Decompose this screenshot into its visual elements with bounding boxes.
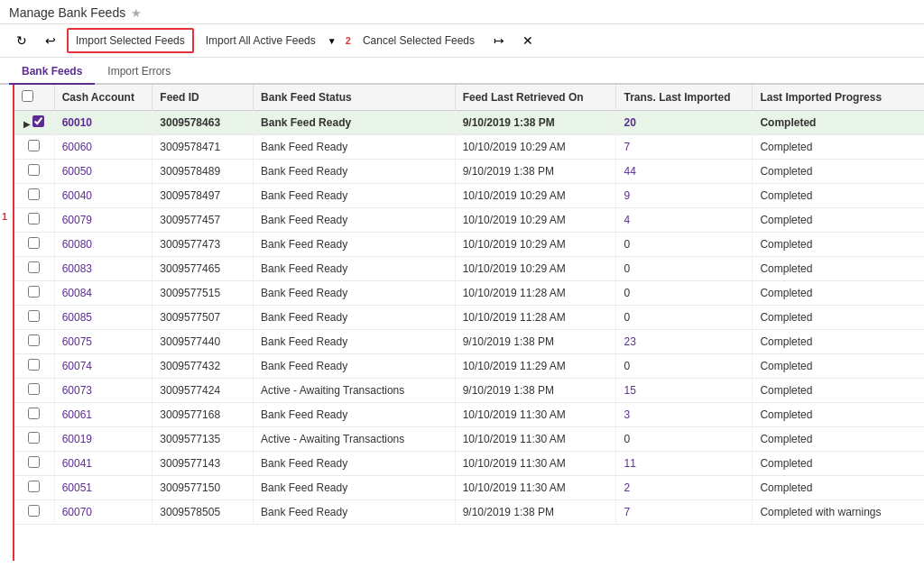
row-checkbox[interactable] bbox=[28, 237, 40, 249]
row-checkbox[interactable] bbox=[28, 140, 40, 151]
page-title: Manage Bank Feeds bbox=[9, 5, 125, 20]
cash-account-link[interactable]: 60070 bbox=[62, 506, 92, 518]
th-trans-imported[interactable]: Trans. Last Imported bbox=[616, 85, 753, 111]
cell-feed-id: 3009578497 bbox=[152, 184, 254, 208]
row-checkbox[interactable] bbox=[28, 383, 40, 395]
cash-account-link[interactable]: 60073 bbox=[62, 384, 92, 397]
row-checkbox[interactable] bbox=[28, 456, 40, 468]
row-select-cell bbox=[14, 184, 54, 208]
table-row: 600753009577440Bank Feed Ready9/10/2019 … bbox=[14, 330, 924, 354]
row-checkbox[interactable] bbox=[28, 359, 40, 371]
cash-account-link[interactable]: 60041 bbox=[62, 457, 92, 470]
pin-button[interactable]: ↦ bbox=[486, 28, 512, 53]
cash-account-link[interactable]: 60079 bbox=[62, 214, 92, 226]
row-checkbox[interactable] bbox=[28, 213, 40, 224]
cash-account-link[interactable]: 60019 bbox=[62, 433, 92, 445]
cell-feed-id: 3009577507 bbox=[152, 306, 254, 330]
row-select-cell bbox=[14, 330, 54, 354]
table-row: 600413009577143Bank Feed Ready10/10/2019… bbox=[14, 452, 924, 476]
cell-last-retrieved: 9/10/2019 1:38 PM bbox=[455, 330, 616, 354]
cash-account-link[interactable]: 60074 bbox=[62, 360, 92, 372]
cancel-selected-button[interactable]: Cancel Selected Feeds bbox=[355, 28, 483, 53]
cell-last-retrieved: 9/10/2019 1:38 PM bbox=[455, 111, 616, 135]
cell-last-retrieved: 10/10/2019 10:29 AM bbox=[455, 257, 616, 281]
row-checkbox[interactable] bbox=[28, 408, 40, 419]
toolbar: ↻ ↩ Import Selected Feeds Import All Act… bbox=[0, 23, 924, 58]
favorite-icon[interactable]: ★ bbox=[131, 6, 142, 20]
table-scroll[interactable]: Cash Account Feed ID Bank Feed Status Fe… bbox=[14, 85, 924, 561]
cell-feed-id: 3009578471 bbox=[152, 135, 254, 160]
cash-account-link[interactable]: 60083 bbox=[62, 262, 92, 275]
cell-trans-imported: 2 bbox=[616, 476, 753, 500]
table-row: 600733009577424Active - Awaiting Transac… bbox=[14, 379, 924, 403]
cell-cash-account: 60085 bbox=[54, 306, 152, 330]
cash-account-link[interactable]: 60040 bbox=[62, 189, 92, 202]
cash-account-link[interactable]: 60061 bbox=[62, 408, 92, 421]
row-select-cell bbox=[14, 476, 54, 500]
th-status[interactable]: Bank Feed Status bbox=[254, 85, 456, 111]
th-last-retrieved[interactable]: Feed Last Retrieved On bbox=[455, 85, 616, 111]
table-row: 600613009577168Bank Feed Ready10/10/2019… bbox=[14, 403, 924, 427]
row-checkbox[interactable] bbox=[28, 164, 40, 176]
th-cash-account[interactable]: Cash Account bbox=[54, 85, 152, 111]
import-selected-button[interactable]: Import Selected Feeds bbox=[67, 28, 194, 53]
table-row: 600513009577150Bank Feed Ready10/10/2019… bbox=[14, 476, 924, 500]
select-all-checkbox[interactable] bbox=[22, 90, 33, 102]
table-row: 600843009577515Bank Feed Ready10/10/2019… bbox=[14, 281, 924, 306]
cash-account-link[interactable]: 60060 bbox=[62, 141, 92, 153]
cell-last-retrieved: 10/10/2019 11:30 AM bbox=[455, 403, 616, 427]
table-row: 600853009577507Bank Feed Ready10/10/2019… bbox=[14, 306, 924, 330]
cell-progress: Completed bbox=[753, 354, 924, 379]
row-checkbox[interactable] bbox=[28, 481, 40, 492]
th-feed-id[interactable]: Feed ID bbox=[152, 85, 254, 111]
cash-account-link[interactable]: 60050 bbox=[62, 165, 92, 178]
cash-account-link[interactable]: 60080 bbox=[62, 238, 92, 251]
row-checkbox[interactable] bbox=[28, 432, 40, 444]
cell-progress: Completed bbox=[753, 330, 924, 354]
chevron-down-icon: ▼ bbox=[328, 36, 337, 46]
row-checkbox[interactable] bbox=[28, 188, 40, 200]
row-checkbox[interactable] bbox=[28, 286, 40, 298]
table-row: ▶600103009578463Bank Feed Ready9/10/2019… bbox=[14, 111, 924, 135]
cell-feed-id: 3009577465 bbox=[152, 257, 254, 281]
cash-account-link[interactable]: 60051 bbox=[62, 481, 92, 494]
table-row: 600603009578471Bank Feed Ready10/10/2019… bbox=[14, 135, 924, 160]
close-button[interactable]: ✕ bbox=[515, 28, 541, 53]
cell-last-retrieved: 10/10/2019 10:29 AM bbox=[455, 233, 616, 257]
cell-status: Bank Feed Ready bbox=[254, 452, 456, 476]
cell-cash-account: 60083 bbox=[54, 257, 152, 281]
cell-trans-imported: 7 bbox=[616, 500, 753, 525]
close-icon: ✕ bbox=[522, 33, 533, 48]
badge-count: 2 bbox=[346, 35, 351, 46]
cell-progress: Completed with warnings bbox=[753, 500, 924, 525]
cash-account-link[interactable]: 60084 bbox=[62, 287, 92, 299]
row-checkbox[interactable] bbox=[28, 261, 40, 273]
row-expand-arrow[interactable]: ▶ bbox=[23, 119, 31, 129]
row-checkbox[interactable] bbox=[28, 310, 40, 322]
row-checkbox[interactable] bbox=[28, 334, 40, 346]
cell-feed-id: 3009577457 bbox=[152, 208, 254, 233]
cell-cash-account: 60080 bbox=[54, 233, 152, 257]
cell-last-retrieved: 9/10/2019 1:38 PM bbox=[455, 379, 616, 403]
cell-cash-account: 60075 bbox=[54, 330, 152, 354]
cell-status: Bank Feed Ready bbox=[254, 135, 456, 160]
cell-status: Bank Feed Ready bbox=[254, 208, 456, 233]
cell-last-retrieved: 10/10/2019 11:29 AM bbox=[455, 354, 616, 379]
th-progress[interactable]: Last Imported Progress bbox=[753, 85, 924, 111]
tab-bank-feeds[interactable]: Bank Feeds bbox=[9, 60, 95, 85]
undo-button[interactable]: ↩ bbox=[38, 28, 63, 53]
cash-account-link[interactable]: 60010 bbox=[62, 116, 92, 129]
refresh-button[interactable]: ↻ bbox=[9, 28, 34, 53]
cash-account-link[interactable]: 60085 bbox=[62, 311, 92, 324]
cell-status: Bank Feed Ready bbox=[254, 233, 456, 257]
row-checkbox[interactable] bbox=[28, 505, 40, 517]
import-all-button[interactable]: Import All Active Feeds bbox=[198, 28, 324, 53]
row-checkbox[interactable] bbox=[32, 115, 44, 127]
cell-last-retrieved: 9/10/2019 1:38 PM bbox=[455, 160, 616, 184]
cell-trans-imported: 0 bbox=[616, 257, 753, 281]
import-all-dropdown-button[interactable]: ▼ bbox=[324, 28, 340, 53]
refresh-icon: ↻ bbox=[16, 33, 27, 48]
tab-import-errors[interactable]: Import Errors bbox=[95, 60, 183, 85]
bank-feeds-table: Cash Account Feed ID Bank Feed Status Fe… bbox=[14, 85, 924, 525]
cash-account-link[interactable]: 60075 bbox=[62, 335, 92, 348]
